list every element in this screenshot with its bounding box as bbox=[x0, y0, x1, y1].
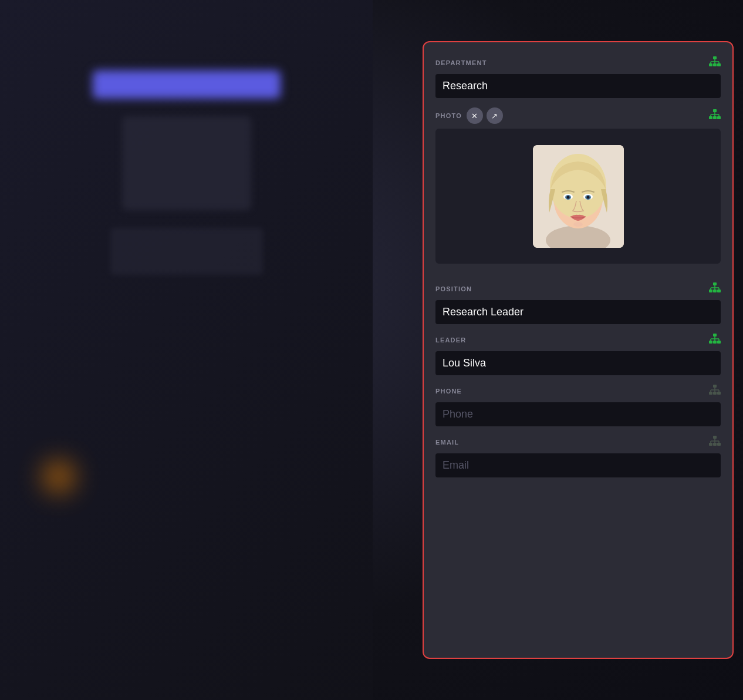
svg-rect-57 bbox=[713, 436, 717, 439]
photo-portrait bbox=[533, 145, 624, 248]
svg-rect-58 bbox=[709, 443, 712, 446]
svg-point-27 bbox=[566, 196, 569, 198]
svg-rect-39 bbox=[713, 334, 717, 336]
department-label: DEPARTMENT bbox=[435, 59, 487, 66]
department-label-row: DEPARTMENT bbox=[435, 56, 721, 69]
email-input[interactable] bbox=[435, 453, 721, 477]
phone-input[interactable] bbox=[435, 402, 721, 426]
photo-org-icon[interactable] bbox=[709, 109, 721, 122]
expand-icon: ↗ bbox=[491, 112, 498, 120]
department-field-group: DEPARTMENT Research bbox=[435, 56, 721, 98]
svg-rect-51 bbox=[717, 392, 721, 395]
svg-rect-49 bbox=[709, 392, 712, 395]
leader-input[interactable]: Lou Silva bbox=[435, 351, 721, 375]
photo-label: PHOTO bbox=[435, 112, 462, 119]
phone-label-row: PHONE bbox=[435, 385, 721, 398]
department-org-icon[interactable] bbox=[709, 56, 721, 69]
svg-rect-1 bbox=[709, 63, 712, 66]
email-label: EMAIL bbox=[435, 439, 459, 446]
svg-rect-2 bbox=[713, 63, 717, 66]
orange-glow bbox=[35, 453, 82, 500]
svg-rect-0 bbox=[713, 56, 717, 59]
svg-rect-48 bbox=[713, 385, 717, 388]
right-panel: DEPARTMENT Research P bbox=[423, 41, 734, 659]
photo-controls: ✕ ↗ bbox=[467, 107, 503, 124]
blurred-bar bbox=[93, 70, 281, 99]
blurred-card bbox=[122, 116, 251, 210]
svg-rect-50 bbox=[713, 392, 717, 395]
svg-rect-59 bbox=[713, 443, 717, 446]
left-panel bbox=[0, 0, 373, 700]
leader-org-icon[interactable] bbox=[709, 334, 721, 346]
svg-rect-42 bbox=[717, 341, 721, 344]
photo-field-group: PHOTO ✕ ↗ bbox=[435, 107, 721, 273]
svg-rect-3 bbox=[717, 63, 721, 66]
position-label: POSITION bbox=[435, 285, 472, 292]
svg-rect-10 bbox=[709, 116, 712, 119]
svg-rect-41 bbox=[713, 341, 717, 344]
position-field-group: POSITION Research Leader bbox=[435, 282, 721, 324]
close-icon: ✕ bbox=[471, 112, 478, 120]
leader-label-row: LEADER bbox=[435, 334, 721, 346]
photo-clear-button[interactable]: ✕ bbox=[467, 107, 483, 124]
svg-rect-12 bbox=[717, 116, 721, 119]
phone-field-group: PHONE bbox=[435, 385, 721, 426]
position-input[interactable]: Research Leader bbox=[435, 300, 721, 324]
position-org-icon[interactable] bbox=[709, 282, 721, 295]
leader-label: LEADER bbox=[435, 336, 466, 344]
photo-area[interactable] bbox=[435, 129, 721, 264]
svg-rect-40 bbox=[709, 341, 712, 344]
svg-rect-11 bbox=[713, 116, 717, 119]
svg-rect-30 bbox=[713, 282, 717, 285]
svg-point-28 bbox=[586, 196, 589, 198]
email-label-row: EMAIL bbox=[435, 436, 721, 449]
photo-expand-button[interactable]: ↗ bbox=[487, 107, 503, 124]
phone-label: PHONE bbox=[435, 388, 462, 395]
svg-point-29 bbox=[573, 222, 583, 227]
svg-rect-9 bbox=[713, 109, 717, 112]
svg-rect-32 bbox=[713, 290, 717, 292]
photo-label-row: PHOTO ✕ ↗ bbox=[435, 107, 721, 124]
phone-org-icon[interactable] bbox=[709, 385, 721, 398]
email-org-icon[interactable] bbox=[709, 436, 721, 449]
svg-rect-60 bbox=[717, 443, 721, 446]
blurred-text-block bbox=[110, 228, 263, 275]
email-field-group: EMAIL bbox=[435, 436, 721, 477]
department-input[interactable]: Research bbox=[435, 74, 721, 98]
svg-rect-31 bbox=[709, 290, 712, 292]
position-label-row: POSITION bbox=[435, 282, 721, 295]
leader-field-group: LEADER Lou Silva bbox=[435, 334, 721, 375]
svg-rect-33 bbox=[717, 290, 721, 292]
